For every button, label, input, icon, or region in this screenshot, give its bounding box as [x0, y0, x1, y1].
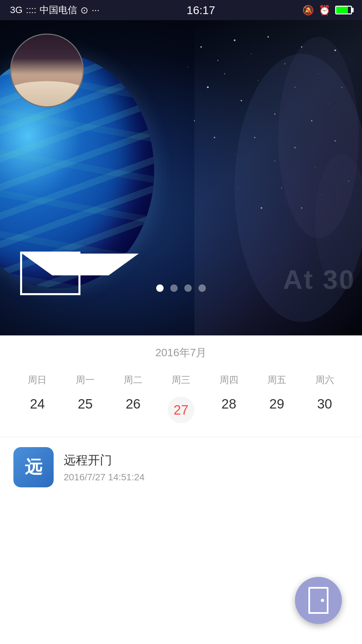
list-item[interactable]: 远 远程开门 2016/7/27 14:51:24: [0, 437, 362, 497]
carrier-name: 中国电信: [40, 4, 77, 16]
list-item-subtitle: 2016/7/27 14:51:24: [64, 472, 349, 483]
calendar-grid: 周日 周一 周二 周三 周四 周五 周六 24 25 26 27 28 29 3…: [13, 370, 349, 430]
cal-header-fri: 周五: [253, 370, 301, 390]
battery-fill: [336, 7, 348, 13]
dot-2[interactable]: [170, 284, 178, 292]
cal-day-25[interactable]: 25: [61, 390, 109, 430]
cal-day-29[interactable]: 29: [253, 390, 301, 430]
dot-4[interactable]: [198, 284, 206, 292]
status-right: 🔕 ⏰: [302, 5, 352, 16]
hero-section: At 30: [0, 20, 362, 335]
cal-header-sat: 周六: [301, 370, 349, 390]
alarm-icon: 🔕: [302, 5, 314, 16]
signal-text: 3G: [10, 5, 22, 15]
carrier-bars: ::::: [26, 5, 36, 15]
cal-header-mon: 周一: [61, 370, 109, 390]
list-item-title: 远程开门: [64, 452, 349, 469]
calendar-month: 2016年7月: [13, 345, 349, 360]
battery-icon: [335, 6, 352, 14]
dot-1[interactable]: [156, 284, 164, 292]
svg-point-18: [187, 67, 188, 67]
status-left: 3G :::: 中国电信 ⊙ ···: [10, 4, 100, 16]
clock-icon: ⏰: [319, 5, 330, 16]
cal-day-28[interactable]: 28: [205, 390, 253, 430]
cal-day-27-today[interactable]: 27: [157, 390, 205, 430]
more-icon: ···: [92, 5, 99, 15]
cal-header-tue: 周二: [109, 370, 157, 390]
app-icon-label: 远: [25, 455, 42, 479]
cal-header-wed: 周三: [157, 370, 205, 390]
cal-day-26[interactable]: 26: [109, 390, 157, 430]
dot-3[interactable]: [184, 284, 192, 292]
wifi-icon: ⊙: [80, 5, 88, 16]
app-icon: 远: [13, 447, 54, 487]
list-item-text: 远程开门 2016/7/27 14:51:24: [64, 452, 349, 483]
avatar-hair: [11, 35, 83, 74]
page-dots: [156, 284, 206, 292]
today-indicator: 27: [168, 396, 194, 423]
at30-label: At 30: [283, 264, 355, 295]
fab-button[interactable]: [295, 577, 342, 624]
mail-icon[interactable]: [20, 252, 80, 295]
status-bar: 3G :::: 中国电信 ⊙ ··· 16:17 🔕 ⏰: [0, 0, 362, 20]
cal-header-thu: 周四: [205, 370, 253, 390]
status-time: 16:17: [187, 4, 215, 17]
cal-header-sun: 周日: [13, 370, 61, 390]
calendar-section: 2016年7月 周日 周一 周二 周三 周四 周五 周六 24 25 26 27…: [0, 335, 362, 437]
mail-icon-wrapper[interactable]: [20, 252, 80, 295]
fab-door-icon: [308, 587, 328, 614]
cal-day-24[interactable]: 24: [13, 390, 61, 430]
avatar-face: [11, 35, 83, 106]
avatar-body: [10, 81, 84, 106]
user-avatar[interactable]: [10, 34, 84, 107]
cal-day-30[interactable]: 30: [301, 390, 349, 430]
